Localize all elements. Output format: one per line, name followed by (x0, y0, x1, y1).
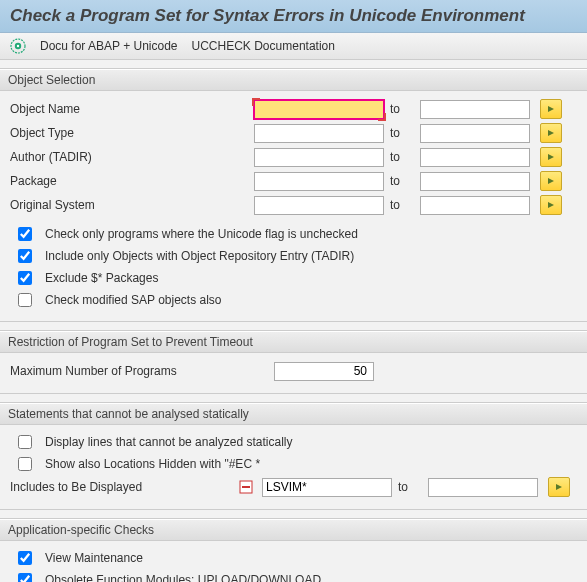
to-label: to (390, 102, 414, 116)
check-unicode-flag-label: Check only programs where the Unicode fl… (45, 227, 358, 241)
author-label: Author (TADIR) (8, 150, 248, 164)
section-app-checks: Application-specific Checks View Mainten… (0, 518, 587, 582)
section-header: Application-specific Checks (0, 519, 587, 541)
package-to-input[interactable] (420, 172, 530, 191)
obsolete-fm-label: Obsolete Function Modules: UPLOAD/DOWNLO… (45, 573, 321, 582)
view-maintenance-label: View Maintenance (45, 551, 143, 565)
check-modified-sap-label: Check modified SAP objects also (45, 293, 222, 307)
object-type-from-input[interactable] (254, 124, 384, 143)
check-unicode-flag-checkbox[interactable] (18, 227, 32, 241)
original-system-label: Original System (8, 198, 248, 212)
toolbar: Docu for ABAP + Unicode UCCHECK Document… (0, 33, 587, 60)
section-statements: Statements that cannot be analysed stati… (0, 402, 587, 510)
to-label: to (390, 150, 414, 164)
author-multi-button[interactable] (540, 147, 562, 167)
package-multi-button[interactable] (540, 171, 562, 191)
uccheck-documentation-link[interactable]: UCCHECK Documentation (192, 39, 335, 53)
max-programs-input[interactable] (274, 362, 374, 381)
check-modified-sap-checkbox[interactable] (18, 293, 32, 307)
object-type-to-input[interactable] (420, 124, 530, 143)
original-system-from-input[interactable] (254, 196, 384, 215)
section-header: Object Selection (0, 69, 587, 91)
include-tadir-label: Include only Objects with Object Reposit… (45, 249, 354, 263)
page-title: Check a Program Set for Syntax Errors in… (0, 0, 587, 33)
svg-point-2 (17, 45, 19, 47)
object-name-from-input[interactable] (254, 100, 384, 119)
package-label: Package (8, 174, 248, 188)
author-to-input[interactable] (420, 148, 530, 167)
package-from-input[interactable] (254, 172, 384, 191)
object-name-multi-button[interactable] (540, 99, 562, 119)
view-maintenance-checkbox[interactable] (18, 551, 32, 565)
show-hidden-ec-label: Show also Locations Hidden with "#EC * (45, 457, 260, 471)
display-lines-label: Display lines that cannot be analyzed st… (45, 435, 292, 449)
exclude-single-value-icon[interactable] (238, 479, 254, 495)
original-system-to-input[interactable] (420, 196, 530, 215)
to-label: to (390, 126, 414, 140)
to-label: to (398, 480, 422, 494)
object-name-to-input[interactable] (420, 100, 530, 119)
obsolete-fm-checkbox[interactable] (18, 573, 32, 582)
max-programs-label: Maximum Number of Programs (8, 364, 268, 378)
docu-abap-unicode-link[interactable]: Docu for ABAP + Unicode (40, 39, 178, 53)
object-type-multi-button[interactable] (540, 123, 562, 143)
includes-to-input[interactable] (428, 478, 538, 497)
show-hidden-ec-checkbox[interactable] (18, 457, 32, 471)
object-type-label: Object Type (8, 126, 248, 140)
section-object-selection: Object Selection Object Name to Object T… (0, 68, 587, 322)
includes-label: Includes to Be Displayed (8, 480, 232, 494)
includes-multi-button[interactable] (548, 477, 570, 497)
include-tadir-checkbox[interactable] (18, 249, 32, 263)
object-name-label: Object Name (8, 102, 248, 116)
exclude-dollar-packages-checkbox[interactable] (18, 271, 32, 285)
to-label: to (390, 198, 414, 212)
exclude-dollar-packages-label: Exclude $* Packages (45, 271, 158, 285)
to-label: to (390, 174, 414, 188)
section-header: Restriction of Program Set to Prevent Ti… (0, 331, 587, 353)
section-header: Statements that cannot be analysed stati… (0, 403, 587, 425)
display-lines-checkbox[interactable] (18, 435, 32, 449)
original-system-multi-button[interactable] (540, 195, 562, 215)
section-restriction: Restriction of Program Set to Prevent Ti… (0, 330, 587, 394)
svg-rect-4 (242, 486, 250, 488)
execute-icon[interactable] (10, 38, 26, 54)
author-from-input[interactable] (254, 148, 384, 167)
includes-from-input[interactable] (262, 478, 392, 497)
